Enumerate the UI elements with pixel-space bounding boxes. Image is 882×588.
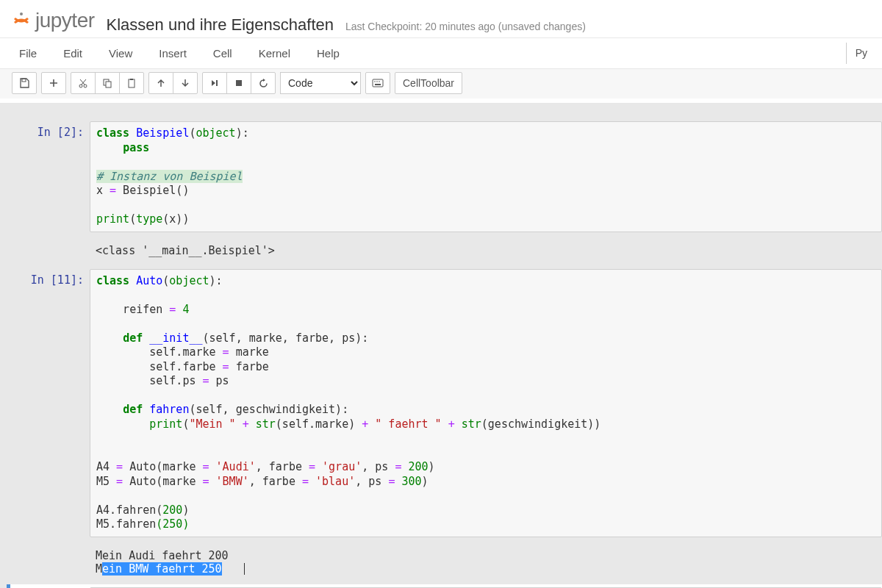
jupyter-icon: [12, 11, 31, 30]
code-cell[interactable]: In [2]: class Beispiel(object): pass # I…: [10, 118, 882, 235]
svg-rect-7: [130, 79, 133, 80]
code-input[interactable]: class Auto(object): reifen = 4 def __ini…: [90, 269, 882, 537]
menu-insert[interactable]: Insert: [151, 43, 194, 64]
code-cell[interactable]: In [11]: class Auto(object): reifen = 4 …: [10, 266, 882, 540]
arrow-up-icon: [157, 79, 165, 87]
svg-point-2: [79, 85, 82, 87]
interrupt-button[interactable]: [226, 72, 251, 94]
svg-rect-11: [375, 84, 381, 85]
header: jupyter Klassen und ihre Eigenschaften L…: [0, 0, 882, 104]
save-icon: [19, 78, 29, 88]
svg-point-3: [84, 85, 87, 87]
svg-rect-5: [106, 82, 111, 87]
text-cursor: [244, 563, 245, 575]
svg-rect-8: [216, 80, 218, 86]
save-button[interactable]: [12, 72, 37, 94]
menu-kernel[interactable]: Kernel: [251, 43, 298, 64]
menu-help[interactable]: Help: [309, 43, 347, 64]
copy-icon: [102, 78, 112, 88]
paste-icon: [126, 78, 137, 88]
logo[interactable]: jupyter: [12, 9, 95, 32]
logo-text: jupyter: [35, 9, 95, 32]
stop-icon: [234, 79, 243, 87]
move-down-button[interactable]: [173, 72, 198, 94]
svg-point-13: [376, 81, 378, 82]
output-prompt: [10, 241, 90, 260]
output-cell: <class '__main__.Beispiel'>: [10, 238, 882, 263]
cell-type-select[interactable]: Code: [280, 72, 361, 94]
plus-icon: [49, 79, 58, 87]
paste-button[interactable]: [119, 72, 144, 94]
output-prompt: [10, 546, 90, 578]
output-text: Mein Audi faehrt 200 Mein BMW faehrt 250: [90, 546, 882, 578]
input-prompt: In [11]:: [10, 269, 90, 537]
scissors-icon: [78, 78, 88, 88]
celltoolbar-button[interactable]: CellToolbar: [395, 72, 462, 94]
command-palette-button[interactable]: [365, 72, 390, 94]
svg-point-14: [379, 81, 380, 82]
menu-file[interactable]: File: [12, 43, 44, 64]
svg-rect-6: [129, 79, 135, 87]
cut-button[interactable]: [71, 72, 96, 94]
kernel-indicator: Py: [846, 43, 870, 64]
notebook-title[interactable]: Klassen und ihre Eigenschaften: [107, 15, 334, 35]
checkpoint-text: Last Checkpoint: 20 minutes ago (unsaved…: [345, 21, 586, 32]
svg-rect-9: [236, 80, 242, 86]
move-up-button[interactable]: [148, 72, 173, 94]
svg-point-12: [374, 81, 376, 82]
code-input[interactable]: class Beispiel(object): pass # Instanz v…: [90, 121, 882, 232]
menubar: File Edit View Insert Cell Kernel Help P…: [0, 37, 882, 68]
code-cell[interactable]: In [ ]:: [7, 584, 882, 589]
refresh-icon: [259, 79, 268, 88]
keyboard-icon: [372, 79, 384, 87]
step-forward-icon: [210, 79, 219, 87]
toolbar: Code CellToolbar: [0, 68, 882, 98]
menu-view[interactable]: View: [101, 43, 140, 64]
header-row: jupyter Klassen und ihre Eigenschaften L…: [0, 3, 882, 37]
restart-button[interactable]: [251, 72, 276, 94]
menu-edit[interactable]: Edit: [56, 43, 90, 64]
add-cell-button[interactable]: [41, 72, 66, 94]
svg-point-0: [20, 12, 23, 15]
menu-cell[interactable]: Cell: [206, 43, 240, 64]
output-text: <class '__main__.Beispiel'>: [90, 241, 882, 260]
arrow-down-icon: [181, 79, 190, 87]
notebook-container: In [2]: class Beispiel(object): pass # I…: [0, 104, 882, 588]
output-cell: Mein Audi faehrt 200 Mein BMW faehrt 250: [10, 543, 882, 581]
copy-button[interactable]: [95, 72, 120, 94]
run-button[interactable]: [202, 72, 227, 94]
svg-rect-10: [373, 79, 383, 87]
input-prompt: In [2]:: [10, 121, 90, 232]
